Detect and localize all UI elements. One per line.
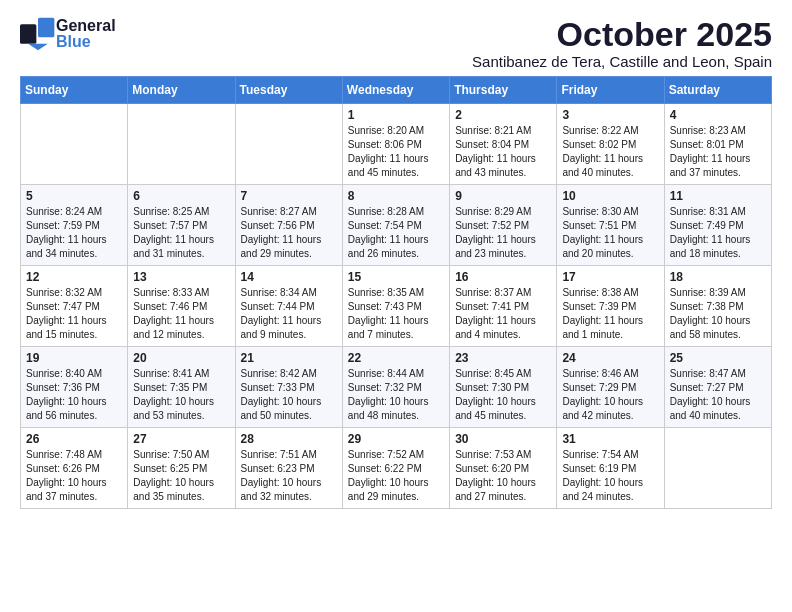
cell-info: Sunrise: 8:33 AM Sunset: 7:46 PM Dayligh…	[133, 286, 230, 342]
table-row: 11Sunrise: 8:31 AM Sunset: 7:49 PM Dayli…	[664, 185, 771, 266]
calendar-table: Sunday Monday Tuesday Wednesday Thursday…	[20, 76, 772, 509]
table-row: 4Sunrise: 8:23 AM Sunset: 8:01 PM Daylig…	[664, 104, 771, 185]
table-row: 18Sunrise: 8:39 AM Sunset: 7:38 PM Dayli…	[664, 266, 771, 347]
cell-info: Sunrise: 8:39 AM Sunset: 7:38 PM Dayligh…	[670, 286, 767, 342]
table-row: 8Sunrise: 8:28 AM Sunset: 7:54 PM Daylig…	[342, 185, 449, 266]
col-monday: Monday	[128, 77, 235, 104]
table-row: 24Sunrise: 8:46 AM Sunset: 7:29 PM Dayli…	[557, 347, 664, 428]
day-number: 29	[348, 432, 445, 446]
day-number: 16	[455, 270, 552, 284]
col-saturday: Saturday	[664, 77, 771, 104]
cell-info: Sunrise: 7:48 AM Sunset: 6:26 PM Dayligh…	[26, 448, 123, 504]
calendar-header-row: Sunday Monday Tuesday Wednesday Thursday…	[21, 77, 772, 104]
cell-info: Sunrise: 8:44 AM Sunset: 7:32 PM Dayligh…	[348, 367, 445, 423]
table-row: 23Sunrise: 8:45 AM Sunset: 7:30 PM Dayli…	[450, 347, 557, 428]
title-block: October 2025 Santibanez de Tera, Castill…	[472, 16, 772, 70]
day-number: 12	[26, 270, 123, 284]
col-thursday: Thursday	[450, 77, 557, 104]
cell-info: Sunrise: 8:21 AM Sunset: 8:04 PM Dayligh…	[455, 124, 552, 180]
day-number: 22	[348, 351, 445, 365]
day-number: 18	[670, 270, 767, 284]
svg-rect-0	[20, 24, 36, 44]
table-row: 16Sunrise: 8:37 AM Sunset: 7:41 PM Dayli…	[450, 266, 557, 347]
cell-info: Sunrise: 7:51 AM Sunset: 6:23 PM Dayligh…	[241, 448, 338, 504]
day-number: 7	[241, 189, 338, 203]
table-row	[235, 104, 342, 185]
cell-info: Sunrise: 8:20 AM Sunset: 8:06 PM Dayligh…	[348, 124, 445, 180]
table-row: 12Sunrise: 8:32 AM Sunset: 7:47 PM Dayli…	[21, 266, 128, 347]
day-number: 5	[26, 189, 123, 203]
cell-info: Sunrise: 7:50 AM Sunset: 6:25 PM Dayligh…	[133, 448, 230, 504]
day-number: 31	[562, 432, 659, 446]
table-row: 27Sunrise: 7:50 AM Sunset: 6:25 PM Dayli…	[128, 428, 235, 509]
table-row: 15Sunrise: 8:35 AM Sunset: 7:43 PM Dayli…	[342, 266, 449, 347]
day-number: 23	[455, 351, 552, 365]
table-row: 3Sunrise: 8:22 AM Sunset: 8:02 PM Daylig…	[557, 104, 664, 185]
day-number: 24	[562, 351, 659, 365]
cell-info: Sunrise: 7:53 AM Sunset: 6:20 PM Dayligh…	[455, 448, 552, 504]
day-number: 9	[455, 189, 552, 203]
logo-label: General Blue	[56, 18, 116, 50]
svg-rect-1	[38, 18, 54, 38]
day-number: 17	[562, 270, 659, 284]
cell-info: Sunrise: 8:28 AM Sunset: 7:54 PM Dayligh…	[348, 205, 445, 261]
cell-info: Sunrise: 8:30 AM Sunset: 7:51 PM Dayligh…	[562, 205, 659, 261]
day-number: 15	[348, 270, 445, 284]
table-row: 5Sunrise: 8:24 AM Sunset: 7:59 PM Daylig…	[21, 185, 128, 266]
day-number: 2	[455, 108, 552, 122]
day-number: 14	[241, 270, 338, 284]
cell-info: Sunrise: 8:38 AM Sunset: 7:39 PM Dayligh…	[562, 286, 659, 342]
day-number: 27	[133, 432, 230, 446]
cell-info: Sunrise: 8:42 AM Sunset: 7:33 PM Dayligh…	[241, 367, 338, 423]
table-row: 2Sunrise: 8:21 AM Sunset: 8:04 PM Daylig…	[450, 104, 557, 185]
day-number: 13	[133, 270, 230, 284]
day-number: 25	[670, 351, 767, 365]
cell-info: Sunrise: 8:22 AM Sunset: 8:02 PM Dayligh…	[562, 124, 659, 180]
table-row: 6Sunrise: 8:25 AM Sunset: 7:57 PM Daylig…	[128, 185, 235, 266]
calendar-week-row: 1Sunrise: 8:20 AM Sunset: 8:06 PM Daylig…	[21, 104, 772, 185]
day-number: 6	[133, 189, 230, 203]
day-number: 4	[670, 108, 767, 122]
page-header: General Blue October 2025 Santibanez de …	[20, 16, 772, 70]
cell-info: Sunrise: 8:25 AM Sunset: 7:57 PM Dayligh…	[133, 205, 230, 261]
page: General Blue October 2025 Santibanez de …	[0, 0, 792, 612]
table-row	[128, 104, 235, 185]
table-row	[664, 428, 771, 509]
cell-info: Sunrise: 8:35 AM Sunset: 7:43 PM Dayligh…	[348, 286, 445, 342]
cell-info: Sunrise: 7:54 AM Sunset: 6:19 PM Dayligh…	[562, 448, 659, 504]
cell-info: Sunrise: 8:32 AM Sunset: 7:47 PM Dayligh…	[26, 286, 123, 342]
table-row: 7Sunrise: 8:27 AM Sunset: 7:56 PM Daylig…	[235, 185, 342, 266]
col-wednesday: Wednesday	[342, 77, 449, 104]
cell-info: Sunrise: 8:37 AM Sunset: 7:41 PM Dayligh…	[455, 286, 552, 342]
cell-info: Sunrise: 8:46 AM Sunset: 7:29 PM Dayligh…	[562, 367, 659, 423]
cell-info: Sunrise: 8:31 AM Sunset: 7:49 PM Dayligh…	[670, 205, 767, 261]
calendar-week-row: 12Sunrise: 8:32 AM Sunset: 7:47 PM Dayli…	[21, 266, 772, 347]
month-title: October 2025	[472, 16, 772, 53]
day-number: 3	[562, 108, 659, 122]
cell-info: Sunrise: 8:40 AM Sunset: 7:36 PM Dayligh…	[26, 367, 123, 423]
cell-info: Sunrise: 8:23 AM Sunset: 8:01 PM Dayligh…	[670, 124, 767, 180]
col-tuesday: Tuesday	[235, 77, 342, 104]
day-number: 30	[455, 432, 552, 446]
cell-info: Sunrise: 8:34 AM Sunset: 7:44 PM Dayligh…	[241, 286, 338, 342]
logo: General Blue	[20, 16, 116, 52]
table-row: 30Sunrise: 7:53 AM Sunset: 6:20 PM Dayli…	[450, 428, 557, 509]
table-row: 26Sunrise: 7:48 AM Sunset: 6:26 PM Dayli…	[21, 428, 128, 509]
table-row: 25Sunrise: 8:47 AM Sunset: 7:27 PM Dayli…	[664, 347, 771, 428]
cell-info: Sunrise: 7:52 AM Sunset: 6:22 PM Dayligh…	[348, 448, 445, 504]
day-number: 20	[133, 351, 230, 365]
day-number: 28	[241, 432, 338, 446]
col-friday: Friday	[557, 77, 664, 104]
svg-marker-2	[28, 44, 48, 51]
logo-general-text: General	[56, 18, 116, 34]
table-row: 1Sunrise: 8:20 AM Sunset: 8:06 PM Daylig…	[342, 104, 449, 185]
logo-blue-text: Blue	[56, 34, 116, 50]
cell-info: Sunrise: 8:45 AM Sunset: 7:30 PM Dayligh…	[455, 367, 552, 423]
table-row: 20Sunrise: 8:41 AM Sunset: 7:35 PM Dayli…	[128, 347, 235, 428]
table-row: 9Sunrise: 8:29 AM Sunset: 7:52 PM Daylig…	[450, 185, 557, 266]
day-number: 19	[26, 351, 123, 365]
cell-info: Sunrise: 8:29 AM Sunset: 7:52 PM Dayligh…	[455, 205, 552, 261]
table-row	[21, 104, 128, 185]
table-row: 17Sunrise: 8:38 AM Sunset: 7:39 PM Dayli…	[557, 266, 664, 347]
table-row: 29Sunrise: 7:52 AM Sunset: 6:22 PM Dayli…	[342, 428, 449, 509]
